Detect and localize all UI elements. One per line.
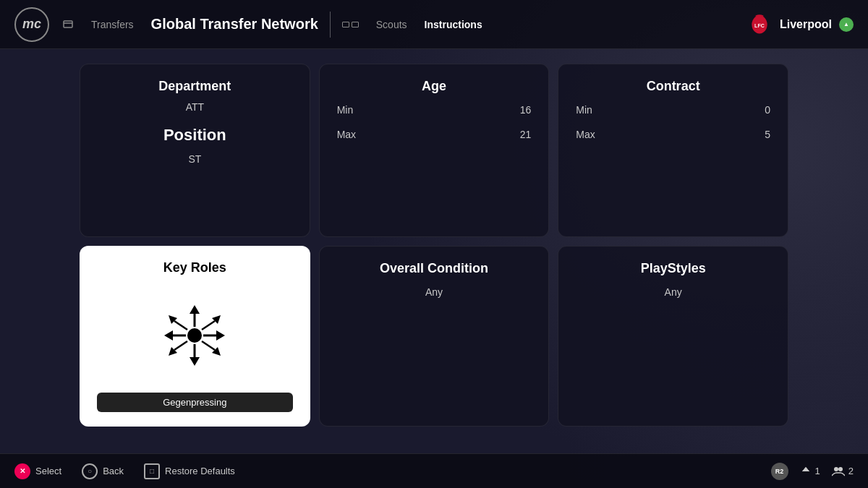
x-button-icon: ✕ bbox=[14, 463, 30, 479]
position-title: Position bbox=[98, 126, 292, 145]
playstyles-title: PlayStyles bbox=[576, 261, 770, 276]
contract-max-label: Max bbox=[576, 129, 595, 140]
back-action: ○ Back bbox=[82, 463, 124, 479]
condition-value: Any bbox=[337, 286, 532, 298]
contract-max-value: 5 bbox=[765, 129, 770, 140]
svg-line-14 bbox=[174, 321, 187, 330]
club-name: Liverpool bbox=[780, 18, 832, 31]
age-min-row: Min 16 bbox=[337, 104, 532, 116]
svg-point-23 bbox=[834, 467, 838, 471]
contract-min-label: Min bbox=[576, 104, 592, 116]
svg-marker-5 bbox=[164, 330, 173, 341]
contract-title: Contract bbox=[576, 79, 770, 94]
key-roles-icon bbox=[151, 287, 238, 384]
age-max-value: 21 bbox=[520, 129, 532, 140]
age-min-label: Min bbox=[337, 104, 354, 116]
footer-right: R2 1 2 bbox=[771, 463, 854, 480]
svg-line-20 bbox=[202, 341, 215, 350]
svg-text:LFC: LFC bbox=[754, 22, 765, 28]
scouts-icons bbox=[342, 22, 359, 27]
svg-line-18 bbox=[174, 341, 187, 350]
club-badge: LFC bbox=[746, 12, 773, 38]
scouts-nav-item[interactable]: Scouts bbox=[376, 19, 407, 30]
transfers-nav-item[interactable]: Transfers bbox=[91, 19, 134, 30]
nav-left: Transfers Global Transfer Network bbox=[62, 16, 318, 33]
department-title: Department bbox=[98, 79, 292, 94]
header: mc Transfers Global Transfer Network Sco… bbox=[0, 0, 868, 49]
footer: ✕ Select ○ Back □ Restore Defaults R2 1 … bbox=[0, 453, 868, 488]
contract-card: Contract Min 0 Max 5 bbox=[558, 64, 788, 237]
svg-marker-22 bbox=[802, 467, 809, 471]
age-max-row: Max 21 bbox=[337, 129, 532, 140]
overall-condition-card: Overall Condition Any bbox=[319, 246, 550, 427]
key-roles-card[interactable]: Key Roles bbox=[80, 246, 310, 427]
svg-point-24 bbox=[838, 467, 843, 471]
main-content: Department ATT Position ST Age Min 16 Ma… bbox=[0, 49, 868, 441]
condition-title: Overall Condition bbox=[337, 261, 532, 276]
select-action: ✕ Select bbox=[14, 463, 61, 479]
restore-label: Restore Defaults bbox=[165, 466, 235, 476]
playstyles-card: PlayStyles Any bbox=[558, 246, 788, 427]
age-card: Age Min 16 Max 21 bbox=[319, 64, 550, 237]
svg-marker-9 bbox=[190, 305, 200, 314]
transfers-nav-icon bbox=[62, 19, 74, 30]
nav-scouts-area: Scouts Instructions bbox=[342, 19, 482, 30]
age-title: Age bbox=[337, 79, 532, 94]
age-min-value: 16 bbox=[520, 104, 532, 116]
department-value: ATT bbox=[98, 101, 292, 113]
contract-max-row: Max 5 bbox=[576, 129, 770, 140]
square-button-icon: □ bbox=[144, 463, 160, 479]
instructions-nav-item[interactable]: Instructions bbox=[425, 19, 482, 30]
contract-min-value: 0 bbox=[765, 104, 770, 116]
key-roles-label: Gegenpressing bbox=[97, 393, 293, 412]
r2-button: R2 bbox=[771, 463, 788, 480]
department-position-card: Department ATT Position ST bbox=[80, 64, 310, 237]
back-label: Back bbox=[103, 466, 124, 476]
club-status-indicator bbox=[839, 17, 854, 32]
global-transfer-nav-item[interactable]: Global Transfer Network bbox=[151, 16, 318, 33]
header-right: LFC Liverpool bbox=[746, 12, 854, 38]
svg-rect-0 bbox=[64, 21, 72, 27]
restore-action: □ Restore Defaults bbox=[144, 463, 235, 479]
position-value: ST bbox=[98, 153, 292, 165]
svg-marker-11 bbox=[190, 357, 200, 366]
select-label: Select bbox=[35, 466, 61, 476]
svg-line-16 bbox=[202, 321, 215, 330]
footer-stat2-value: 2 bbox=[848, 466, 854, 476]
footer-stat-navigation: 1 bbox=[800, 466, 820, 477]
nav-divider bbox=[330, 12, 331, 38]
key-roles-title: Key Roles bbox=[163, 260, 226, 275]
footer-stat1-value: 1 bbox=[815, 466, 820, 476]
o-button-icon: ○ bbox=[82, 463, 98, 479]
contract-min-row: Min 0 bbox=[576, 104, 770, 116]
footer-stat-players: 2 bbox=[832, 466, 854, 477]
app-logo: mc bbox=[14, 7, 49, 42]
scouts-icon bbox=[342, 22, 359, 27]
age-max-label: Max bbox=[337, 129, 356, 140]
svg-point-4 bbox=[187, 328, 202, 343]
svg-marker-7 bbox=[216, 330, 225, 341]
playstyles-value: Any bbox=[576, 286, 770, 298]
